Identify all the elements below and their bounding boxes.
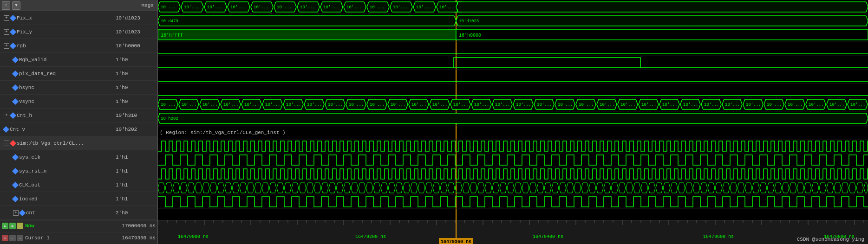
signal-name-cnt-h: + Cnt_h — [2, 113, 116, 118]
value-sys-rst-n: 1'h1 — [116, 168, 157, 174]
signal-row-sim[interactable]: - sim:/tb_Vga_ctrl/CL... — [0, 136, 157, 150]
signal-row-sys-clk[interactable]: sys_clk 1'h1 — [0, 150, 157, 164]
waveform-panel — [158, 0, 868, 220]
status-row-cursor: ✕ ← → Cursor 1 16479360 ns — [0, 232, 157, 244]
signal-name-sys-clk: sys_clk — [2, 154, 116, 160]
icon-hsync — [12, 84, 19, 90]
value-rgb: 16'h0000 — [116, 43, 157, 49]
signal-row-locked[interactable]: locked 1'h1 — [0, 192, 157, 206]
timeline-bottom: CSDN @sendmeasong_ying — [158, 220, 868, 244]
msgs-label: Msgs — [142, 3, 156, 8]
expand-pix-y[interactable]: + — [4, 29, 9, 35]
signal-name-sys-rst-n: sys_rst_n — [2, 168, 116, 174]
signal-row-hsync[interactable]: hsync 1'h0 — [0, 81, 157, 95]
status-left: ▶ ◼ + Now 17000000 ns ✕ ← → Cursor 1 164… — [0, 220, 158, 244]
status-cursor-value: 16479360 ns — [122, 235, 156, 241]
signal-name-locked: locked — [2, 196, 116, 202]
signal-row-sys-rst-n[interactable]: sys_rst_n 1'h1 — [0, 164, 157, 178]
icon-clk-out — [12, 181, 19, 188]
signal-name-pix-x: + Pix_x — [2, 15, 116, 21]
value-pix-y: 10'd1023 — [116, 29, 157, 35]
signal-row-pix-data-req[interactable]: pix_data_req 1'h0 — [0, 67, 157, 81]
signals-list: + Pix_x 10'd1023 + Pix_y 10'd1023 + — [0, 11, 157, 220]
status-row-now: ▶ ◼ + Now 17000000 ns — [0, 220, 157, 232]
signal-name-sim: - sim:/tb_Vga_ctrl/CL... — [2, 141, 116, 146]
toolbar: + ▼ Msgs — [0, 0, 157, 11]
icon-locked — [12, 195, 19, 202]
value-cnt-v: 10'h202 — [116, 127, 157, 132]
icon-pix-x — [10, 14, 16, 21]
icon-pix-data-req — [12, 70, 19, 77]
timeline-canvas[interactable] — [158, 220, 868, 244]
status-icons-cursor: ✕ ← → — [2, 235, 23, 241]
value-pix-x: 10'd1023 — [116, 15, 157, 21]
signal-name-clk-out: CLK_out — [2, 182, 116, 188]
icon-cnt-v — [3, 126, 9, 132]
icon-rgb — [10, 42, 16, 49]
value-locked: 1'h1 — [116, 196, 157, 202]
icon-rgb-valid — [12, 56, 19, 63]
toolbar-btn-2[interactable]: ▼ — [12, 1, 20, 10]
value-vsync: 1'h0 — [116, 99, 157, 104]
icon-cursor-1: ✕ — [2, 235, 8, 241]
left-panel: + ▼ Msgs + Pix_x 10'd1023 + Pix_y — [0, 0, 158, 220]
icon-cursor-2: ← — [9, 235, 16, 241]
csdn-label: CSDN @sendmeasong_ying — [797, 237, 864, 242]
signal-name-vsync: vsync — [2, 99, 116, 104]
expand-pix-x[interactable]: + — [4, 15, 9, 21]
icon-sim — [10, 140, 16, 146]
icon-now-2: ◼ — [9, 223, 16, 229]
signal-name-cnt-v: Cnt_v — [2, 127, 116, 132]
value-sys-clk: 1'h1 — [116, 154, 157, 160]
signal-row-cnt[interactable]: + cnt 2'h0 — [0, 206, 157, 220]
signal-name-rgb: + rgb — [2, 43, 116, 49]
signal-row-pix-x[interactable]: + Pix_x 10'd1023 — [0, 11, 157, 25]
signal-row-rgb[interactable]: + rgb 16'h0000 — [0, 39, 157, 53]
icon-vsync — [12, 98, 19, 104]
signal-name-pix-y: + Pix_y — [2, 29, 116, 35]
value-clk-out: 1'h1 — [116, 182, 157, 188]
expand-cnt-h[interactable]: + — [4, 113, 9, 118]
value-hsync: 1'h0 — [116, 85, 157, 90]
status-cursor-label: Cursor 1 — [25, 235, 120, 241]
icon-now-3: + — [17, 223, 23, 229]
value-rgb-valid: 1'h0 — [116, 57, 157, 63]
icon-cursor-3: → — [17, 235, 23, 241]
status-now-value: 17000000 ns — [122, 223, 156, 229]
signal-row-cnt-v[interactable]: Cnt_v 10'h202 — [0, 122, 157, 136]
icon-cnt-h — [10, 112, 16, 118]
signal-name-pix-data-req: pix_data_req — [2, 71, 116, 77]
value-cnt-h: 10'h310 — [116, 113, 157, 118]
toolbar-btn-1[interactable]: + — [2, 1, 10, 10]
status-icons-now: ▶ ◼ + — [2, 223, 23, 229]
status-bar: ▶ ◼ + Now 17000000 ns ✕ ← → Cursor 1 164… — [0, 220, 868, 244]
value-cnt: 2'h0 — [116, 210, 157, 216]
icon-pix-y — [10, 28, 16, 35]
signal-row-pix-y[interactable]: + Pix_y 10'd1023 — [0, 25, 157, 39]
waveform-canvas[interactable] — [158, 0, 868, 220]
icon-now-1: ▶ — [2, 223, 8, 229]
expand-rgb[interactable]: + — [4, 43, 9, 49]
signal-name-rgb-valid: Rgb_valid — [2, 57, 116, 63]
value-pix-data-req: 1'h0 — [116, 71, 157, 77]
status-now-label: Now — [25, 223, 120, 229]
expand-cnt[interactable]: + — [13, 210, 19, 216]
expand-sim[interactable]: - — [4, 141, 9, 146]
icon-cnt — [19, 209, 26, 216]
signal-name-hsync: hsync — [2, 85, 116, 90]
icon-sys-clk — [12, 154, 19, 160]
signal-row-rgb-valid[interactable]: Rgb_valid 1'h0 — [0, 53, 157, 67]
signal-name-cnt: + cnt — [2, 210, 116, 216]
signal-row-cnt-h[interactable]: + Cnt_h 10'h310 — [0, 109, 157, 122]
signal-row-vsync[interactable]: vsync 1'h0 — [0, 95, 157, 109]
icon-sys-rst-n — [12, 167, 19, 174]
signal-row-clk-out[interactable]: CLK_out 1'h1 — [0, 178, 157, 192]
